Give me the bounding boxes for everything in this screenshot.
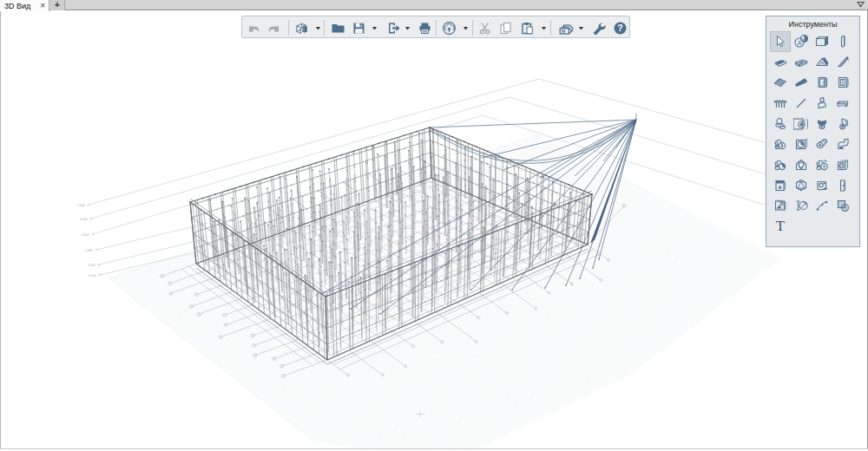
- svg-text:0.000: 0.000: [82, 233, 89, 237]
- svg-text:0.000: 0.000: [88, 264, 95, 267]
- svg-text:0.000: 0.000: [77, 204, 85, 207]
- svg-text:0.000: 0.000: [80, 218, 88, 221]
- svg-text:0.000: 0.000: [89, 274, 96, 278]
- svg-text:?: ?: [617, 23, 622, 33]
- svg-text:0.000: 0.000: [85, 249, 93, 252]
